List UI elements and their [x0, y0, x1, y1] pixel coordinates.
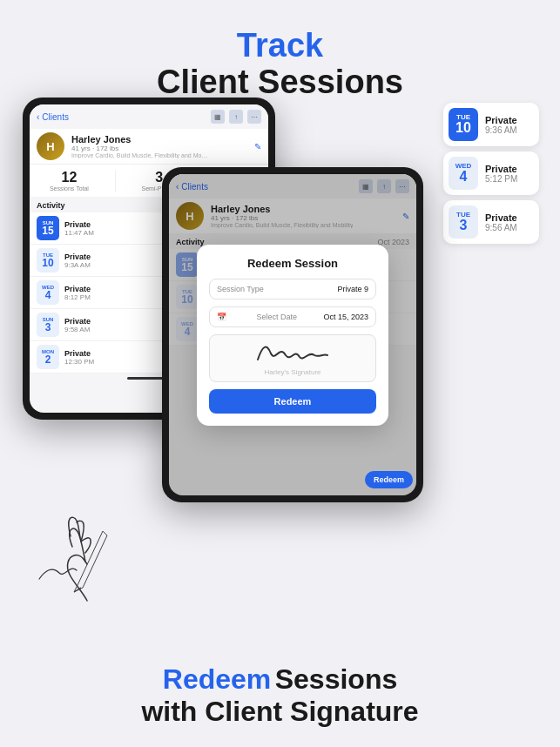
header-section: Track Client Sessions	[0, 0, 560, 108]
date-field[interactable]: 📅 Select Date Oct 15, 2023	[209, 306, 376, 327]
date-field-label: Select Date	[256, 313, 297, 321]
date-field-value: Oct 15, 2023	[323, 313, 368, 321]
act-info-1-4: Private 12:30 PM	[64, 349, 94, 366]
tablet-2-screen: ‹ Clients ▦ ↑ ⋯ H Harley Jones 41 yrs · …	[169, 174, 416, 495]
activity-label-1: Activity	[37, 201, 65, 210]
app-bar-1: ‹ Clients ▦ ↑ ⋯	[30, 104, 268, 129]
footer-redeem-label: Redeem	[163, 663, 272, 695]
edit-icon-1[interactable]: ✎	[254, 142, 261, 151]
footer-signature-label: with Client Signature	[0, 696, 560, 728]
modal-title: Redeem Session	[209, 257, 376, 270]
client-row-1: H Harley Jones 41 yrs · 172 lbs Improve …	[30, 129, 268, 164]
session-type-label: Session Type	[217, 285, 264, 293]
modal-overlay: Redeem Session Session Type Private 9 📅 …	[169, 174, 416, 495]
stat-label-total: Sessions Total	[50, 185, 89, 192]
signature-drawing	[249, 338, 336, 368]
stat-value-total: 12	[50, 170, 89, 185]
act-info-1-1: Private 9:3A AM	[64, 252, 91, 269]
client-sessions-title: Client Sessions	[0, 64, 560, 101]
tablets-area: ‹ Clients ▦ ↑ ⋯ H Harley Jones 41 yrs · …	[14, 98, 519, 585]
tablet-2: ‹ Clients ▦ ↑ ⋯ H Harley Jones 41 yrs · …	[162, 167, 423, 502]
client-name-1: Harley Jones	[71, 134, 211, 145]
more-icon-1[interactable]: ⋯	[247, 110, 261, 124]
act-badge-1-0: SUN 15	[37, 216, 59, 240]
client-goals-1: Improve Cardio, Build Muscle, Flexibilit…	[71, 152, 211, 158]
redeem-modal: Redeem Session Session Type Private 9 📅 …	[197, 245, 388, 426]
stat-total-1: 12 Sessions Total	[50, 170, 89, 192]
session-type-field[interactable]: Session Type Private 9	[209, 279, 376, 299]
act-info-1-3: Private 9:58 AM	[64, 317, 91, 333]
hand-svg	[26, 514, 148, 618]
hand-illustration	[26, 514, 148, 618]
footer-line1: Redeem Sessions	[0, 663, 560, 696]
act-badge-1-3: SUN 3	[37, 313, 59, 337]
session-type-value: Private 9	[337, 285, 368, 293]
track-title: Track	[0, 28, 560, 64]
redeem-button[interactable]: Redeem	[209, 389, 376, 414]
act-badge-1-1: TUE 10	[37, 248, 59, 273]
footer-sessions-label: Sessions	[275, 663, 398, 695]
nav-back-label-1: Clients	[42, 112, 69, 122]
chart-icon-1[interactable]: ↑	[229, 110, 243, 124]
chevron-left-icon: ‹	[37, 112, 39, 122]
avatar-1: H	[37, 132, 64, 160]
footer-section: Redeem Sessions with Client Signature	[0, 663, 560, 728]
app-bar-icons-1: ▦ ↑ ⋯	[211, 110, 261, 124]
signature-area[interactable]: Harley's Signature	[209, 334, 376, 382]
act-badge-1-4: MON 2	[37, 345, 59, 369]
calendar-small-icon: 📅	[217, 313, 226, 321]
redeem-float-button[interactable]: Redeem	[365, 471, 413, 488]
client-info-1: 41 yrs · 172 lbs	[71, 145, 211, 152]
nav-back-1[interactable]: ‹ Clients	[37, 112, 69, 122]
act-info-1-0: Private 11:47 AM	[64, 220, 94, 237]
calendar-icon-1[interactable]: ▦	[211, 110, 225, 124]
act-info-1-2: Private 8:12 PM	[64, 285, 91, 301]
client-details-1: Harley Jones 41 yrs · 172 lbs Improve Ca…	[71, 134, 211, 158]
signature-label: Harley's Signature	[264, 368, 320, 376]
act-badge-1-2: WED 4	[37, 280, 59, 305]
